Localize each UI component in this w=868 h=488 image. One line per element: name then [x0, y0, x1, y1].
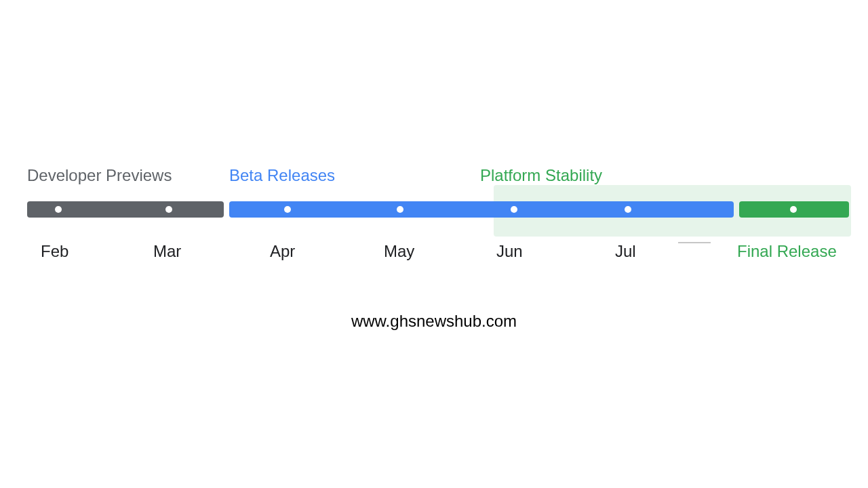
legend-platform-stability: Platform Stability — [480, 166, 602, 185]
legend-beta-releases: Beta Releases — [229, 166, 335, 185]
milestone-dot — [397, 206, 403, 213]
month-label: Mar — [153, 242, 181, 261]
segment-beta — [229, 201, 734, 218]
milestone-dot — [511, 206, 517, 213]
month-label: Feb — [41, 242, 68, 261]
dash-separator — [678, 242, 711, 243]
timeline-chart: Developer Previews Beta Releases Platfor… — [27, 152, 851, 269]
month-axis: Feb Mar Apr May Jun Jul Final Release — [27, 242, 851, 269]
watermark-text: www.ghsnewshub.com — [0, 312, 868, 331]
month-label: Jun — [496, 242, 523, 261]
milestone-dot — [55, 206, 62, 213]
legend-row: Developer Previews Beta Releases Platfor… — [27, 152, 851, 185]
month-label: May — [384, 242, 414, 261]
milestone-dot — [165, 206, 172, 213]
milestone-dot — [284, 206, 291, 213]
milestone-dot — [625, 206, 631, 213]
legend-developer-previews: Developer Previews — [27, 166, 172, 185]
month-label: Jul — [615, 242, 636, 261]
milestone-dot — [790, 206, 797, 213]
month-label: Apr — [270, 242, 295, 261]
timeline-bar — [27, 201, 851, 218]
final-release-label: Final Release — [737, 242, 837, 261]
